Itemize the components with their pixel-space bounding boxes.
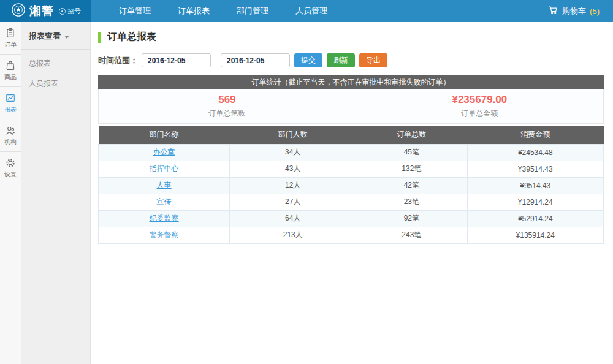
report-submenu: 报表查看 总报表 人员报表: [21, 22, 91, 364]
stat-total-orders: 569 订单总笔数: [99, 89, 356, 123]
sidebar-item-label: 报表: [4, 105, 17, 114]
dept-amount-cell: ¥135914.24: [467, 227, 604, 243]
title-accent-bar: [98, 32, 101, 43]
column-header-amount: 消费金额: [467, 126, 604, 144]
nav-item-department-management[interactable]: 部门管理: [226, 0, 280, 22]
dept-people-cell: 34人: [230, 144, 356, 161]
sub-brand-name: 捌号: [67, 7, 81, 16]
dept-name-cell: 指挥中心: [99, 161, 230, 177]
dept-name-cell: 办公室: [99, 144, 230, 161]
submenu-item-personnel-report[interactable]: 人员报表: [21, 74, 90, 94]
table-row: 纪委监察 64人 92笔 ¥52914.24: [99, 210, 604, 227]
dept-link[interactable]: 警务督察: [150, 230, 179, 239]
sidebar-item-organization[interactable]: 机构: [0, 119, 21, 152]
sidebar-item-products[interactable]: 商品: [0, 55, 21, 87]
cart-label: 购物车: [562, 6, 586, 17]
nav-item-personnel-management[interactable]: 人员管理: [284, 0, 338, 22]
dept-link[interactable]: 宣传: [157, 197, 172, 206]
date-filter-row: 时间范围： - 提交 刷新 导出: [98, 53, 604, 67]
stat-label: 订单总笔数: [208, 108, 245, 119]
sidebar-item-label: 商品: [4, 73, 17, 82]
dept-name-cell: 警务督察: [99, 227, 230, 243]
dept-orders-cell: 92笔: [356, 210, 467, 227]
dept-people-cell: 213人: [230, 227, 356, 243]
main-content: 订单总报表 时间范围： - 提交 刷新 导出 订单统计（截止至当天，不含正在审批…: [91, 22, 613, 364]
dept-link[interactable]: 纪委监察: [150, 214, 179, 222]
column-header-people: 部门人数: [230, 126, 356, 144]
date-to-input[interactable]: [221, 53, 290, 67]
table-row: 人事 12人 42笔 ¥9514.43: [99, 177, 604, 194]
stat-label: 订单总金额: [461, 108, 498, 119]
table-header-row: 部门名称 部门人数 订单总数 消费金额: [99, 126, 604, 144]
page-title: 订单总报表: [107, 31, 156, 44]
dept-orders-cell: 23笔: [356, 194, 467, 210]
sidebar-item-reports[interactable]: 报表: [0, 87, 21, 119]
dept-link[interactable]: 人事: [157, 181, 172, 189]
cart-icon: [548, 5, 558, 18]
submenu-title[interactable]: 报表查看: [21, 31, 90, 50]
police-badge-icon: [11, 2, 26, 20]
dept-name-cell: 宣传: [99, 194, 230, 210]
dept-name-cell: 人事: [99, 177, 230, 194]
clipboard-icon: [5, 28, 16, 39]
dept-name-cell: 纪委监察: [99, 210, 230, 227]
dept-amount-cell: ¥24534.48: [467, 144, 604, 161]
dept-orders-cell: 42笔: [356, 177, 467, 194]
people-icon: [5, 125, 16, 136]
summary-header: 订单统计（截止至当天，不含正在审批中和审批失败的订单）: [98, 75, 604, 89]
department-table: 部门名称 部门人数 订单总数 消费金额 办公室 34人 45笔 ¥24534.4…: [98, 126, 604, 244]
submenu-list: 总报表 人员报表: [21, 50, 90, 94]
submenu-item-total-report[interactable]: 总报表: [21, 53, 90, 74]
chart-icon: [5, 93, 16, 104]
dept-link[interactable]: 办公室: [153, 148, 175, 156]
table-row: 宣传 27人 23笔 ¥12914.24: [99, 194, 604, 210]
refresh-button[interactable]: 刷新: [327, 53, 355, 67]
dept-orders-cell: 132笔: [356, 161, 467, 177]
sub-brand: 捌号: [59, 7, 81, 16]
dept-people-cell: 27人: [230, 194, 356, 210]
chevron-down-icon: [64, 36, 69, 39]
dept-orders-cell: 243笔: [356, 227, 467, 243]
table-row: 办公室 34人 45笔 ¥24534.48: [99, 144, 604, 161]
dept-orders-cell: 45笔: [356, 144, 467, 161]
dept-people-cell: 12人: [230, 177, 356, 194]
sidebar-item-label: 设置: [4, 170, 17, 179]
export-button[interactable]: 导出: [359, 53, 387, 67]
page-body: 订单 商品 报表: [0, 22, 613, 364]
sidebar-item-label: 订单: [4, 40, 17, 49]
bag-icon: [5, 60, 16, 71]
dept-table-body: 办公室 34人 45笔 ¥24534.48 指挥中心 43人 132笔 ¥395…: [99, 144, 604, 243]
dept-people-cell: 64人: [230, 210, 356, 227]
date-range-label: 时间范围：: [98, 55, 138, 66]
table-row: 警务督察 213人 243笔 ¥135914.24: [99, 227, 604, 243]
summary-stats: 569 订单总笔数 ¥235679.00 订单总金额: [98, 89, 604, 124]
date-from-input[interactable]: [142, 53, 211, 67]
dept-amount-cell: ¥39514.43: [467, 161, 604, 177]
cart-count: (5): [590, 7, 600, 16]
cart-button[interactable]: 购物车 (5): [548, 0, 613, 22]
gear-icon: [5, 157, 16, 169]
top-header: 湘警 捌号 订单管理 订单报表 部门管理 人员管理 购物车 (5): [0, 0, 613, 22]
main-nav: 订单管理 订单报表 部门管理 人员管理: [108, 0, 338, 22]
submenu-title-label: 报表查看: [29, 31, 61, 42]
circle-badge-icon: [59, 8, 66, 15]
stat-total-amount: ¥235679.00 订单总金额: [356, 89, 603, 123]
nav-item-order-report[interactable]: 订单报表: [167, 0, 221, 22]
date-separator: -: [215, 56, 217, 65]
sidebar-item-settings[interactable]: 设置: [0, 152, 21, 184]
dept-amount-cell: ¥52914.24: [467, 210, 604, 227]
column-header-orders: 订单总数: [356, 126, 467, 144]
dept-amount-cell: ¥12914.24: [467, 194, 604, 210]
column-header-department: 部门名称: [99, 126, 230, 144]
dept-amount-cell: ¥9514.43: [467, 177, 604, 194]
dept-people-cell: 43人: [230, 161, 356, 177]
submit-button[interactable]: 提交: [294, 53, 322, 67]
nav-item-order-management[interactable]: 订单管理: [108, 0, 162, 22]
dept-link[interactable]: 指挥中心: [150, 164, 179, 173]
sidebar-item-orders[interactable]: 订单: [0, 22, 21, 55]
brand-name: 湘警: [29, 3, 54, 19]
icon-sidebar: 订单 商品 报表: [0, 22, 21, 364]
sidebar-item-label: 机构: [4, 138, 17, 146]
page-title-row: 订单总报表: [98, 31, 604, 44]
brand-logo[interactable]: 湘警 捌号: [0, 0, 91, 22]
